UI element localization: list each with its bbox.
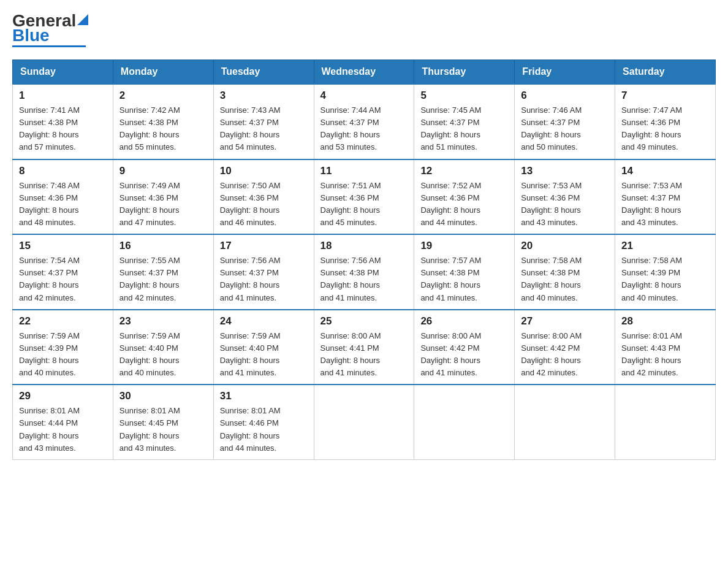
svg-marker-0 <box>77 14 88 25</box>
calendar-cell: 25 Sunrise: 8:00 AM Sunset: 4:41 PM Dayl… <box>314 310 414 385</box>
weekday-header-tuesday: Tuesday <box>213 60 314 85</box>
day-info: Sunrise: 7:41 AM Sunset: 4:38 PM Dayligh… <box>19 104 107 154</box>
day-info: Sunrise: 7:48 AM Sunset: 4:36 PM Dayligh… <box>19 180 107 229</box>
calendar-cell <box>515 385 615 459</box>
day-info: Sunrise: 7:53 AM Sunset: 4:37 PM Dayligh… <box>621 180 709 229</box>
weekday-header-friday: Friday <box>515 60 615 85</box>
calendar-cell: 7 Sunrise: 7:47 AM Sunset: 4:36 PM Dayli… <box>615 84 716 159</box>
calendar-cell: 24 Sunrise: 7:59 AM Sunset: 4:40 PM Dayl… <box>213 310 314 385</box>
calendar-cell: 5 Sunrise: 7:45 AM Sunset: 4:37 PM Dayli… <box>414 84 515 159</box>
day-info: Sunrise: 7:55 AM Sunset: 4:37 PM Dayligh… <box>119 255 207 304</box>
day-number: 28 <box>621 315 709 327</box>
weekday-header-sunday: Sunday <box>13 60 113 85</box>
weekday-header-row: SundayMondayTuesdayWednesdayThursdayFrid… <box>13 60 716 85</box>
calendar-cell: 8 Sunrise: 7:48 AM Sunset: 4:36 PM Dayli… <box>13 159 113 235</box>
calendar-cell: 18 Sunrise: 7:56 AM Sunset: 4:38 PM Dayl… <box>314 234 414 310</box>
weekday-header-saturday: Saturday <box>615 60 716 85</box>
calendar-cell: 11 Sunrise: 7:51 AM Sunset: 4:36 PM Dayl… <box>314 159 414 235</box>
day-info: Sunrise: 8:01 AM Sunset: 4:46 PM Dayligh… <box>220 405 308 454</box>
day-number: 13 <box>521 165 609 177</box>
calendar-cell: 6 Sunrise: 7:46 AM Sunset: 4:37 PM Dayli… <box>515 84 615 159</box>
calendar-cell: 19 Sunrise: 7:57 AM Sunset: 4:38 PM Dayl… <box>414 234 515 310</box>
calendar-week-row: 15 Sunrise: 7:54 AM Sunset: 4:37 PM Dayl… <box>13 234 716 310</box>
day-number: 16 <box>119 240 207 252</box>
day-info: Sunrise: 7:50 AM Sunset: 4:36 PM Dayligh… <box>220 180 308 229</box>
day-info: Sunrise: 7:58 AM Sunset: 4:39 PM Dayligh… <box>621 255 709 304</box>
day-info: Sunrise: 7:43 AM Sunset: 4:37 PM Dayligh… <box>220 104 308 154</box>
day-info: Sunrise: 7:59 AM Sunset: 4:40 PM Dayligh… <box>220 330 308 380</box>
day-info: Sunrise: 7:52 AM Sunset: 4:36 PM Dayligh… <box>420 180 508 229</box>
calendar-cell: 4 Sunrise: 7:44 AM Sunset: 4:37 PM Dayli… <box>314 84 414 159</box>
day-number: 29 <box>19 390 107 402</box>
calendar-week-row: 1 Sunrise: 7:41 AM Sunset: 4:38 PM Dayli… <box>13 84 716 159</box>
day-number: 27 <box>521 315 609 327</box>
day-number: 30 <box>119 390 207 402</box>
day-number: 9 <box>119 165 207 177</box>
calendar-cell <box>314 385 414 459</box>
day-number: 20 <box>521 240 609 252</box>
day-info: Sunrise: 7:59 AM Sunset: 4:39 PM Dayligh… <box>19 330 107 380</box>
calendar-cell: 22 Sunrise: 7:59 AM Sunset: 4:39 PM Dayl… <box>13 310 113 385</box>
calendar-cell: 31 Sunrise: 8:01 AM Sunset: 4:46 PM Dayl… <box>213 385 314 459</box>
day-info: Sunrise: 8:00 AM Sunset: 4:42 PM Dayligh… <box>521 330 609 380</box>
day-number: 6 <box>521 90 609 102</box>
calendar-cell: 28 Sunrise: 8:01 AM Sunset: 4:43 PM Dayl… <box>615 310 716 385</box>
day-number: 19 <box>420 240 508 252</box>
day-info: Sunrise: 7:53 AM Sunset: 4:36 PM Dayligh… <box>521 180 609 229</box>
calendar-cell: 29 Sunrise: 8:01 AM Sunset: 4:44 PM Dayl… <box>13 385 113 459</box>
calendar-cell: 2 Sunrise: 7:42 AM Sunset: 4:38 PM Dayli… <box>113 84 213 159</box>
day-number: 25 <box>320 315 408 327</box>
day-number: 26 <box>420 315 508 327</box>
day-info: Sunrise: 7:46 AM Sunset: 4:37 PM Dayligh… <box>521 104 609 154</box>
day-info: Sunrise: 7:57 AM Sunset: 4:38 PM Dayligh… <box>420 255 508 304</box>
day-number: 15 <box>19 240 107 252</box>
calendar-cell: 26 Sunrise: 8:00 AM Sunset: 4:42 PM Dayl… <box>414 310 515 385</box>
day-number: 12 <box>420 165 508 177</box>
day-info: Sunrise: 7:59 AM Sunset: 4:40 PM Dayligh… <box>119 330 207 380</box>
calendar-cell: 27 Sunrise: 8:00 AM Sunset: 4:42 PM Dayl… <box>515 310 615 385</box>
day-number: 18 <box>320 240 408 252</box>
day-number: 31 <box>220 390 308 402</box>
day-number: 24 <box>220 315 308 327</box>
calendar-cell <box>414 385 515 459</box>
day-info: Sunrise: 7:54 AM Sunset: 4:37 PM Dayligh… <box>19 255 107 304</box>
day-number: 10 <box>220 165 308 177</box>
day-info: Sunrise: 7:47 AM Sunset: 4:36 PM Dayligh… <box>621 104 709 154</box>
logo-underline <box>12 45 86 47</box>
calendar-cell: 10 Sunrise: 7:50 AM Sunset: 4:36 PM Dayl… <box>213 159 314 235</box>
day-info: Sunrise: 7:58 AM Sunset: 4:38 PM Dayligh… <box>521 255 609 304</box>
day-number: 4 <box>320 90 408 102</box>
calendar-week-row: 22 Sunrise: 7:59 AM Sunset: 4:39 PM Dayl… <box>13 310 716 385</box>
day-number: 21 <box>621 240 709 252</box>
calendar-cell: 30 Sunrise: 8:01 AM Sunset: 4:45 PM Dayl… <box>113 385 213 459</box>
calendar-cell <box>615 385 716 459</box>
calendar-cell: 23 Sunrise: 7:59 AM Sunset: 4:40 PM Dayl… <box>113 310 213 385</box>
day-number: 22 <box>19 315 107 327</box>
day-number: 17 <box>220 240 308 252</box>
calendar-week-row: 8 Sunrise: 7:48 AM Sunset: 4:36 PM Dayli… <box>13 159 716 235</box>
calendar-cell: 13 Sunrise: 7:53 AM Sunset: 4:36 PM Dayl… <box>515 159 615 235</box>
calendar-cell: 14 Sunrise: 7:53 AM Sunset: 4:37 PM Dayl… <box>615 159 716 235</box>
calendar-cell: 3 Sunrise: 7:43 AM Sunset: 4:37 PM Dayli… <box>213 84 314 159</box>
day-info: Sunrise: 7:49 AM Sunset: 4:36 PM Dayligh… <box>119 180 207 229</box>
day-info: Sunrise: 8:01 AM Sunset: 4:43 PM Dayligh… <box>621 330 709 380</box>
calendar-cell: 1 Sunrise: 7:41 AM Sunset: 4:38 PM Dayli… <box>13 84 113 159</box>
calendar-cell: 17 Sunrise: 7:56 AM Sunset: 4:37 PM Dayl… <box>213 234 314 310</box>
day-info: Sunrise: 7:56 AM Sunset: 4:38 PM Dayligh… <box>320 255 408 304</box>
day-number: 11 <box>320 165 408 177</box>
calendar-week-row: 29 Sunrise: 8:01 AM Sunset: 4:44 PM Dayl… <box>13 385 716 459</box>
day-number: 23 <box>119 315 207 327</box>
day-number: 3 <box>220 90 308 102</box>
calendar-cell: 16 Sunrise: 7:55 AM Sunset: 4:37 PM Dayl… <box>113 234 213 310</box>
day-info: Sunrise: 8:00 AM Sunset: 4:42 PM Dayligh… <box>420 330 508 380</box>
page-header: General Blue <box>12 12 716 47</box>
logo-text-blue: Blue <box>12 26 50 45</box>
day-number: 8 <box>19 165 107 177</box>
logo: General Blue <box>12 12 88 47</box>
day-number: 5 <box>420 90 508 102</box>
calendar-cell: 12 Sunrise: 7:52 AM Sunset: 4:36 PM Dayl… <box>414 159 515 235</box>
calendar-cell: 21 Sunrise: 7:58 AM Sunset: 4:39 PM Dayl… <box>615 234 716 310</box>
weekday-header-thursday: Thursday <box>414 60 515 85</box>
day-info: Sunrise: 8:01 AM Sunset: 4:44 PM Dayligh… <box>19 405 107 454</box>
logo-triangle-icon <box>77 14 88 25</box>
